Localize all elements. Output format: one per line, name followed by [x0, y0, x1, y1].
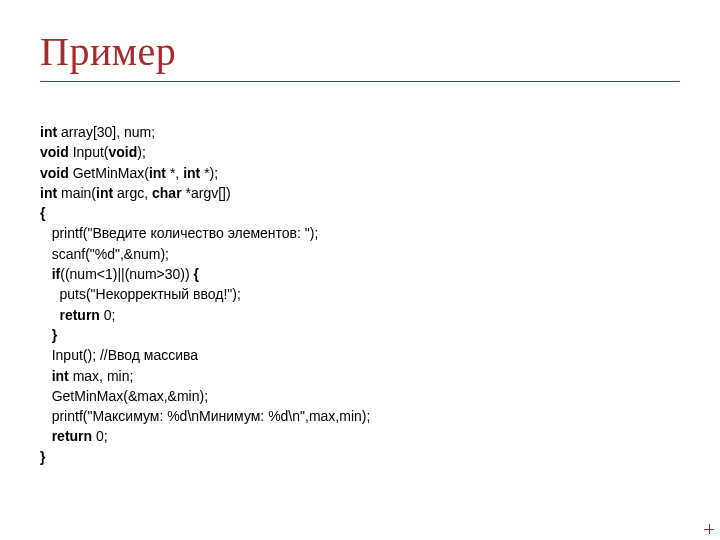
code-block: int array[30], num; void Input(void); vo…: [40, 122, 680, 467]
code-kw: void: [40, 144, 69, 160]
code-text: [40, 307, 59, 323]
code-kw: {: [40, 205, 45, 221]
code-kw: char: [152, 185, 182, 201]
code-kw: int: [96, 185, 113, 201]
title-underline: [40, 81, 680, 82]
code-text: ((num<1)||(num>30)): [60, 266, 193, 282]
code-text: argc,: [113, 185, 152, 201]
code-text: scanf("%d",&num);: [40, 246, 169, 262]
code-kw: return: [52, 428, 92, 444]
code-text: Input(: [69, 144, 109, 160]
code-text: printf("Максимум: %d\nМинимум: %d\n",max…: [40, 408, 370, 424]
code-kw: {: [194, 266, 199, 282]
code-text: *);: [200, 165, 218, 181]
code-text: [40, 266, 52, 282]
corner-decoration-icon: [700, 520, 714, 534]
code-text: [40, 368, 52, 384]
code-text: [40, 327, 52, 343]
code-kw: if: [52, 266, 61, 282]
code-kw: int: [183, 165, 200, 181]
code-kw: int: [149, 165, 166, 181]
code-kw: void: [40, 165, 69, 181]
code-text: *argv[]): [182, 185, 231, 201]
code-kw: }: [52, 327, 57, 343]
code-text: Input(); //Ввод массива: [40, 347, 198, 363]
code-text: array[30], num;: [57, 124, 155, 140]
code-text: *,: [166, 165, 183, 181]
code-kw: int: [40, 124, 57, 140]
code-kw: void: [108, 144, 137, 160]
code-text: [40, 428, 52, 444]
code-kw: return: [59, 307, 99, 323]
code-text: GetMinMax(: [69, 165, 149, 181]
code-text: 0;: [92, 428, 108, 444]
code-text: printf("Введите количество элементов: ")…: [40, 225, 318, 241]
code-kw: }: [40, 449, 45, 465]
code-text: max, min;: [69, 368, 134, 384]
code-text: puts("Некорректный ввод!");: [40, 286, 241, 302]
slide: Пример int array[30], num; void Input(vo…: [0, 0, 720, 540]
code-text: GetMinMax(&max,&min);: [40, 388, 208, 404]
code-text: );: [137, 144, 146, 160]
code-kw: int: [52, 368, 69, 384]
code-text: main(: [57, 185, 96, 201]
code-kw: int: [40, 185, 57, 201]
page-title: Пример: [40, 28, 680, 75]
code-text: 0;: [100, 307, 116, 323]
